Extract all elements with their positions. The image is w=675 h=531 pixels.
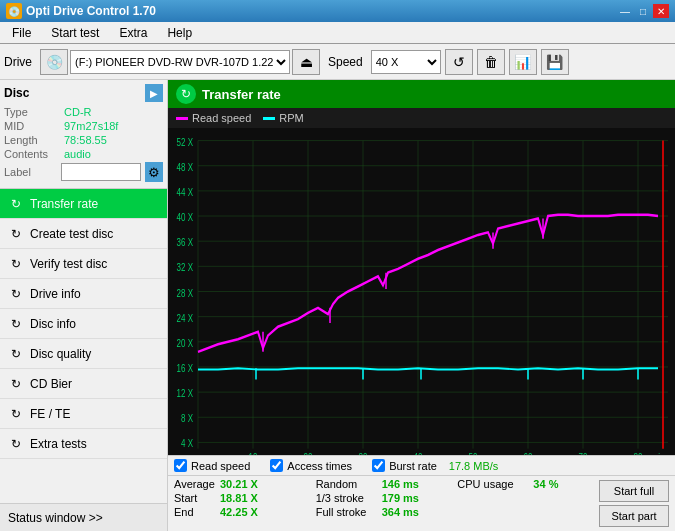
- end-stat-row: End 42.25 X: [174, 506, 310, 518]
- full-stroke-label: Full stroke: [316, 506, 376, 518]
- chart-area: 52 X 48 X 44 X 40 X 36 X 32 X 28 X 24 X …: [168, 128, 675, 455]
- disc-quality-icon: ↻: [8, 346, 24, 362]
- action-buttons: Start full Start part: [599, 478, 669, 529]
- app-title: Opti Drive Control 1.70: [26, 4, 156, 18]
- main-content: Disc ▶ Type CD-R MID 97m27s18f Length 78…: [0, 80, 675, 531]
- title-bar-left: 💿 Opti Drive Control 1.70: [6, 3, 156, 19]
- checkboxes-row: Read speed Access times Burst rate 17.8 …: [168, 456, 675, 476]
- stat-group-1: Average 30.21 X Start 18.81 X End 42.25 …: [174, 478, 310, 529]
- nav-disc-info[interactable]: ↻ Disc info: [0, 309, 167, 339]
- fe-te-icon: ↻: [8, 406, 24, 422]
- disc-label-row: Label ⚙: [4, 162, 163, 182]
- svg-text:4 X: 4 X: [181, 439, 193, 450]
- eject-button[interactable]: ⏏: [292, 49, 320, 75]
- chart-icon: ↻: [176, 84, 196, 104]
- end-value: 42.25 X: [220, 506, 270, 518]
- access-times-checkbox[interactable]: [270, 459, 283, 472]
- read-speed-checkbox[interactable]: [174, 459, 187, 472]
- drive-select-group: 💿 (F:) PIONEER DVD-RW DVR-107D 1.22 ⏏: [40, 49, 320, 75]
- nav-extra-tests[interactable]: ↻ Extra tests: [0, 429, 167, 459]
- title-bar: 💿 Opti Drive Control 1.70 — □ ✕: [0, 0, 675, 22]
- burst-rate-checkbox-item: Burst rate 17.8 MB/s: [372, 459, 498, 472]
- full-stroke-value: 364 ms: [382, 506, 427, 518]
- disc-length-value: 78:58.55: [64, 134, 163, 146]
- nav-disc-quality[interactable]: ↻ Disc quality: [0, 339, 167, 369]
- cd-bier-icon: ↻: [8, 376, 24, 392]
- bottom-controls: Read speed Access times Burst rate 17.8 …: [168, 455, 675, 531]
- nav-create-test-disc[interactable]: ↻ Create test disc: [0, 219, 167, 249]
- status-window-button[interactable]: Status window >>: [0, 503, 167, 531]
- menu-file[interactable]: File: [4, 24, 39, 42]
- nav-disc-info-label: Disc info: [30, 317, 76, 331]
- cpu-stat-row: CPU usage 34 %: [457, 478, 593, 490]
- menu-help[interactable]: Help: [159, 24, 200, 42]
- minimize-button[interactable]: —: [617, 4, 633, 18]
- chart-svg: 52 X 48 X 44 X 40 X 36 X 32 X 28 X 24 X …: [168, 128, 675, 455]
- disc-mid-label: MID: [4, 120, 64, 132]
- speed-select[interactable]: 40 X: [371, 50, 441, 74]
- start-label: Start: [174, 492, 214, 504]
- stat-group-3: CPU usage 34 %: [457, 478, 593, 529]
- graph-button[interactable]: 📊: [509, 49, 537, 75]
- read-speed-checkbox-label: Read speed: [191, 460, 250, 472]
- stats-row: Average 30.21 X Start 18.81 X End 42.25 …: [168, 476, 675, 531]
- random-label: Random: [316, 478, 376, 490]
- svg-text:48 X: 48 X: [177, 162, 193, 173]
- burst-rate-checkbox[interactable]: [372, 459, 385, 472]
- svg-text:16 X: 16 X: [177, 363, 193, 374]
- stroke1-stat-row: 1/3 stroke 179 ms: [316, 492, 452, 504]
- speed-label: Speed: [328, 55, 363, 69]
- average-label: Average: [174, 478, 214, 490]
- svg-text:44 X: 44 X: [177, 187, 193, 198]
- legend-rpm-label: RPM: [279, 112, 303, 124]
- nav-verify-test-disc[interactable]: ↻ Verify test disc: [0, 249, 167, 279]
- right-panel: ↻ Transfer rate Read speed RPM: [168, 80, 675, 531]
- chart-title: Transfer rate: [202, 87, 281, 102]
- sidebar-nav: ↻ Transfer rate ↻ Create test disc ↻ Ver…: [0, 189, 167, 503]
- chart-legend: Read speed RPM: [168, 108, 675, 128]
- nav-transfer-rate-label: Transfer rate: [30, 197, 98, 211]
- sidebar: Disc ▶ Type CD-R MID 97m27s18f Length 78…: [0, 80, 168, 531]
- nav-fe-te[interactable]: ↻ FE / TE: [0, 399, 167, 429]
- svg-text:10: 10: [249, 452, 258, 455]
- stroke1-label: 1/3 stroke: [316, 492, 376, 504]
- status-window-label: Status window >>: [8, 511, 103, 525]
- svg-text:36 X: 36 X: [177, 237, 193, 248]
- chart-header: ↻ Transfer rate: [168, 80, 675, 108]
- label-settings-button[interactable]: ⚙: [145, 162, 163, 182]
- menu-start-test[interactable]: Start test: [43, 24, 107, 42]
- save-button[interactable]: 💾: [541, 49, 569, 75]
- create-test-disc-icon: ↻: [8, 226, 24, 242]
- nav-cd-bier-label: CD Bier: [30, 377, 72, 391]
- drive-select[interactable]: (F:) PIONEER DVD-RW DVR-107D 1.22: [70, 50, 290, 74]
- toolbar: Drive 💿 (F:) PIONEER DVD-RW DVR-107D 1.2…: [0, 44, 675, 80]
- stroke1-value: 179 ms: [382, 492, 427, 504]
- disc-label-key: Label: [4, 166, 57, 178]
- close-button[interactable]: ✕: [653, 4, 669, 18]
- nav-drive-info[interactable]: ↻ Drive info: [0, 279, 167, 309]
- nav-transfer-rate[interactable]: ↻ Transfer rate: [0, 189, 167, 219]
- clear-button[interactable]: 🗑: [477, 49, 505, 75]
- nav-cd-bier[interactable]: ↻ CD Bier: [0, 369, 167, 399]
- cpu-label: CPU usage: [457, 478, 527, 490]
- svg-text:40 X: 40 X: [177, 212, 193, 223]
- maximize-button[interactable]: □: [635, 4, 651, 18]
- disc-arrow-button[interactable]: ▶: [145, 84, 163, 102]
- svg-text:80: 80: [634, 452, 643, 455]
- refresh-button[interactable]: ↺: [445, 49, 473, 75]
- disc-label-input[interactable]: [61, 163, 141, 181]
- svg-text:24 X: 24 X: [177, 313, 193, 324]
- read-speed-color: [176, 117, 188, 120]
- svg-text:28 X: 28 X: [177, 288, 193, 299]
- disc-type-row: Type CD-R: [4, 106, 163, 118]
- average-stat-row: Average 30.21 X: [174, 478, 310, 490]
- nav-fe-te-label: FE / TE: [30, 407, 70, 421]
- nav-disc-quality-label: Disc quality: [30, 347, 91, 361]
- start-part-button[interactable]: Start part: [599, 505, 669, 527]
- disc-panel: Disc ▶ Type CD-R MID 97m27s18f Length 78…: [0, 80, 167, 189]
- burst-rate-checkbox-label: Burst rate: [389, 460, 437, 472]
- extra-tests-icon: ↻: [8, 436, 24, 452]
- menu-extra[interactable]: Extra: [111, 24, 155, 42]
- rpm-color: [263, 117, 275, 120]
- start-full-button[interactable]: Start full: [599, 480, 669, 502]
